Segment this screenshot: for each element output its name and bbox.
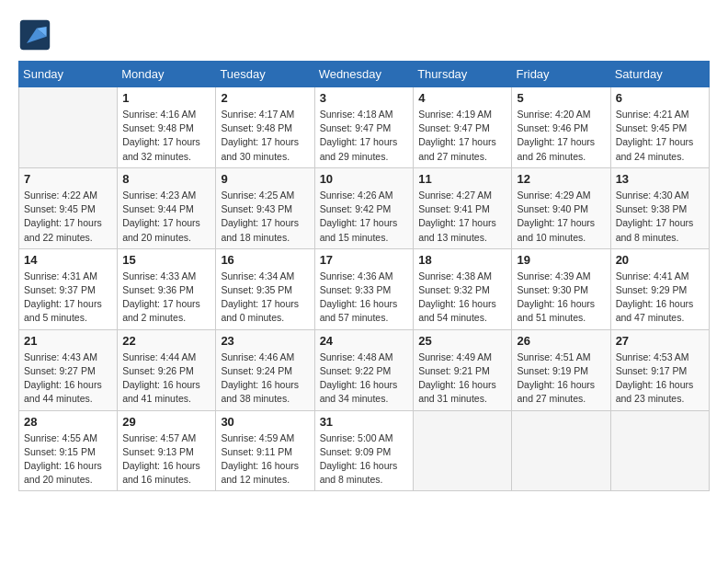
calendar-week-row: 7Sunrise: 4:22 AMSunset: 9:45 PMDaylight…	[19, 167, 710, 248]
calendar-day-cell: 15Sunrise: 4:33 AMSunset: 9:36 PMDayligh…	[118, 248, 216, 329]
calendar-day-cell: 26Sunrise: 4:51 AMSunset: 9:19 PMDayligh…	[512, 329, 610, 410]
day-info: Sunrise: 4:31 AMSunset: 9:37 PMDaylight:…	[24, 270, 112, 326]
calendar-day-cell: 8Sunrise: 4:23 AMSunset: 9:44 PMDaylight…	[118, 167, 216, 248]
calendar-day-cell	[610, 410, 709, 491]
calendar-day-cell: 19Sunrise: 4:39 AMSunset: 9:30 PMDayligh…	[512, 248, 610, 329]
day-number: 14	[24, 253, 112, 267]
day-number: 27	[616, 334, 704, 348]
day-info: Sunrise: 4:22 AMSunset: 9:45 PMDaylight:…	[24, 189, 112, 245]
calendar-day-cell: 10Sunrise: 4:26 AMSunset: 9:42 PMDayligh…	[314, 167, 414, 248]
day-number: 9	[221, 172, 309, 186]
calendar-day-cell: 18Sunrise: 4:38 AMSunset: 9:32 PMDayligh…	[414, 248, 512, 329]
calendar-week-row: 14Sunrise: 4:31 AMSunset: 9:37 PMDayligh…	[19, 248, 710, 329]
day-number: 1	[122, 91, 210, 105]
calendar-day-header: Wednesday	[314, 62, 414, 87]
calendar-week-row: 1Sunrise: 4:16 AMSunset: 9:48 PMDaylight…	[19, 87, 710, 168]
calendar-day-cell	[19, 87, 118, 168]
day-number: 11	[418, 172, 506, 186]
calendar-day-header: Saturday	[610, 62, 709, 87]
day-info: Sunrise: 4:33 AMSunset: 9:36 PMDaylight:…	[122, 270, 210, 326]
day-number: 2	[221, 91, 309, 105]
calendar-day-cell: 3Sunrise: 4:18 AMSunset: 9:47 PMDaylight…	[314, 87, 414, 168]
calendar-day-cell: 16Sunrise: 4:34 AMSunset: 9:35 PMDayligh…	[216, 248, 314, 329]
day-number: 7	[24, 172, 112, 186]
day-number: 12	[517, 172, 605, 186]
day-number: 8	[122, 172, 210, 186]
day-number: 19	[517, 253, 605, 267]
day-info: Sunrise: 4:55 AMSunset: 9:15 PMDaylight:…	[24, 431, 112, 488]
day-number: 13	[616, 172, 704, 186]
calendar-day-cell: 5Sunrise: 4:20 AMSunset: 9:46 PMDaylight…	[512, 87, 610, 168]
calendar-day-cell	[512, 410, 610, 491]
day-info: Sunrise: 4:19 AMSunset: 9:47 PMDaylight:…	[418, 108, 506, 164]
day-info: Sunrise: 4:49 AMSunset: 9:21 PMDaylight:…	[418, 350, 506, 407]
day-number: 15	[122, 253, 210, 267]
calendar-day-header: Tuesday	[216, 62, 314, 87]
day-number: 29	[122, 415, 210, 429]
calendar-week-row: 28Sunrise: 4:55 AMSunset: 9:15 PMDayligh…	[19, 410, 710, 491]
calendar-day-cell: 9Sunrise: 4:25 AMSunset: 9:43 PMDaylight…	[216, 167, 314, 248]
day-info: Sunrise: 4:46 AMSunset: 9:24 PMDaylight:…	[221, 350, 309, 407]
day-info: Sunrise: 4:26 AMSunset: 9:42 PMDaylight:…	[320, 189, 409, 245]
day-number: 30	[221, 415, 309, 429]
logo-icon	[18, 18, 51, 52]
calendar-day-cell: 27Sunrise: 4:53 AMSunset: 9:17 PMDayligh…	[610, 329, 709, 410]
day-info: Sunrise: 4:43 AMSunset: 9:27 PMDaylight:…	[24, 350, 112, 407]
calendar-day-header: Thursday	[414, 62, 512, 87]
day-number: 26	[517, 334, 605, 348]
day-info: Sunrise: 4:27 AMSunset: 9:41 PMDaylight:…	[418, 189, 506, 245]
calendar-day-cell: 25Sunrise: 4:49 AMSunset: 9:21 PMDayligh…	[414, 329, 512, 410]
day-info: Sunrise: 4:44 AMSunset: 9:26 PMDaylight:…	[122, 350, 210, 407]
logo	[18, 18, 55, 52]
calendar-header-row: SundayMondayTuesdayWednesdayThursdayFrid…	[19, 62, 710, 87]
day-number: 3	[320, 91, 409, 105]
day-info: Sunrise: 4:39 AMSunset: 9:30 PMDaylight:…	[517, 270, 605, 326]
calendar-day-cell: 29Sunrise: 4:57 AMSunset: 9:13 PMDayligh…	[118, 410, 216, 491]
day-number: 16	[221, 253, 309, 267]
day-info: Sunrise: 4:30 AMSunset: 9:38 PMDaylight:…	[616, 189, 704, 245]
calendar-day-cell: 28Sunrise: 4:55 AMSunset: 9:15 PMDayligh…	[19, 410, 118, 491]
day-info: Sunrise: 4:17 AMSunset: 9:48 PMDaylight:…	[221, 108, 309, 164]
day-number: 18	[418, 253, 506, 267]
calendar-day-cell: 6Sunrise: 4:21 AMSunset: 9:45 PMDaylight…	[610, 87, 709, 168]
calendar-day-cell: 30Sunrise: 4:59 AMSunset: 9:11 PMDayligh…	[216, 410, 314, 491]
calendar-day-cell: 24Sunrise: 4:48 AMSunset: 9:22 PMDayligh…	[314, 329, 414, 410]
page-header	[18, 18, 710, 52]
day-info: Sunrise: 5:00 AMSunset: 9:09 PMDaylight:…	[320, 431, 409, 488]
calendar-table: SundayMondayTuesdayWednesdayThursdayFrid…	[18, 61, 710, 491]
day-number: 25	[418, 334, 506, 348]
day-info: Sunrise: 4:38 AMSunset: 9:32 PMDaylight:…	[418, 270, 506, 326]
calendar-day-cell: 31Sunrise: 5:00 AMSunset: 9:09 PMDayligh…	[314, 410, 414, 491]
calendar-week-row: 21Sunrise: 4:43 AMSunset: 9:27 PMDayligh…	[19, 329, 710, 410]
calendar-day-cell: 20Sunrise: 4:41 AMSunset: 9:29 PMDayligh…	[610, 248, 709, 329]
day-info: Sunrise: 4:59 AMSunset: 9:11 PMDaylight:…	[221, 431, 309, 488]
day-info: Sunrise: 4:53 AMSunset: 9:17 PMDaylight:…	[616, 350, 704, 407]
day-number: 17	[320, 253, 409, 267]
day-info: Sunrise: 4:41 AMSunset: 9:29 PMDaylight:…	[616, 270, 704, 326]
day-info: Sunrise: 4:23 AMSunset: 9:44 PMDaylight:…	[122, 189, 210, 245]
day-number: 21	[24, 334, 112, 348]
day-number: 5	[517, 91, 605, 105]
day-info: Sunrise: 4:29 AMSunset: 9:40 PMDaylight:…	[517, 189, 605, 245]
calendar-day-cell: 22Sunrise: 4:44 AMSunset: 9:26 PMDayligh…	[118, 329, 216, 410]
calendar-day-cell: 7Sunrise: 4:22 AMSunset: 9:45 PMDaylight…	[19, 167, 118, 248]
day-number: 28	[24, 415, 112, 429]
calendar-day-cell: 17Sunrise: 4:36 AMSunset: 9:33 PMDayligh…	[314, 248, 414, 329]
day-info: Sunrise: 4:20 AMSunset: 9:46 PMDaylight:…	[517, 108, 605, 164]
day-number: 31	[320, 415, 409, 429]
day-info: Sunrise: 4:57 AMSunset: 9:13 PMDaylight:…	[122, 431, 210, 488]
day-info: Sunrise: 4:48 AMSunset: 9:22 PMDaylight:…	[320, 350, 409, 407]
day-number: 6	[616, 91, 704, 105]
day-info: Sunrise: 4:34 AMSunset: 9:35 PMDaylight:…	[221, 270, 309, 326]
calendar-day-cell: 23Sunrise: 4:46 AMSunset: 9:24 PMDayligh…	[216, 329, 314, 410]
day-number: 4	[418, 91, 506, 105]
calendar-day-cell: 21Sunrise: 4:43 AMSunset: 9:27 PMDayligh…	[19, 329, 118, 410]
calendar-day-header: Monday	[118, 62, 216, 87]
day-info: Sunrise: 4:36 AMSunset: 9:33 PMDaylight:…	[320, 270, 409, 326]
day-number: 24	[320, 334, 409, 348]
calendar-day-cell	[414, 410, 512, 491]
day-info: Sunrise: 4:25 AMSunset: 9:43 PMDaylight:…	[221, 189, 309, 245]
calendar-day-cell: 11Sunrise: 4:27 AMSunset: 9:41 PMDayligh…	[414, 167, 512, 248]
calendar-day-header: Friday	[512, 62, 610, 87]
calendar-day-cell: 1Sunrise: 4:16 AMSunset: 9:48 PMDaylight…	[118, 87, 216, 168]
